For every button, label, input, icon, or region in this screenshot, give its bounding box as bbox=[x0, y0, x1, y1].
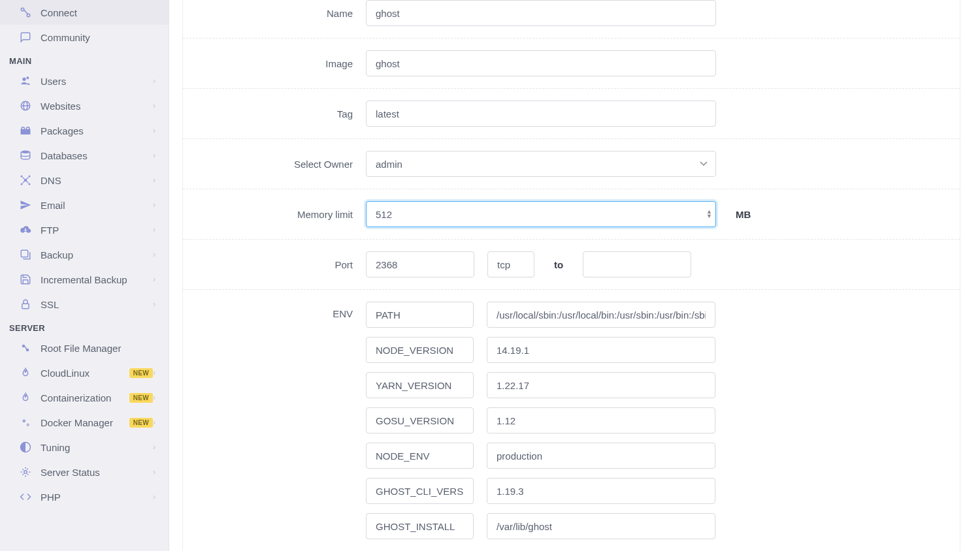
env-row bbox=[366, 407, 715, 433]
sidebar-item-backup[interactable]: Backup › bbox=[0, 242, 169, 267]
sidebar-label: Packages bbox=[41, 125, 153, 136]
svg-point-5 bbox=[21, 176, 23, 178]
env-val-input[interactable] bbox=[487, 443, 715, 469]
chevron-right-icon: › bbox=[153, 492, 155, 501]
chevron-right-icon: › bbox=[153, 176, 155, 185]
sidebar-item-email[interactable]: Email › bbox=[0, 193, 169, 217]
globe-icon bbox=[18, 100, 33, 112]
ftp-icon bbox=[18, 224, 33, 236]
env-val-input[interactable] bbox=[487, 372, 715, 398]
svg-point-13 bbox=[23, 420, 25, 422]
env-val-input[interactable] bbox=[487, 478, 715, 504]
code-icon bbox=[18, 491, 33, 503]
chevron-right-icon: › bbox=[153, 225, 155, 234]
name-input[interactable] bbox=[366, 0, 716, 26]
sidebar-item-websites[interactable]: Websites › bbox=[0, 93, 169, 118]
number-spinner-icon[interactable]: ▲▼ bbox=[706, 210, 712, 219]
sidebar-item-php[interactable]: PHP › bbox=[0, 484, 169, 509]
form-row-image: Image bbox=[183, 39, 960, 89]
sidebar-item-ftp[interactable]: FTP › bbox=[0, 217, 169, 242]
sidebar-section-main: MAIN bbox=[0, 50, 169, 69]
sidebar: Connect Community MAIN Users › Websites … bbox=[0, 0, 169, 551]
sidebar-label: Tuning bbox=[41, 442, 153, 453]
port-host-input[interactable] bbox=[583, 251, 691, 277]
flame-icon bbox=[18, 367, 33, 379]
sidebar-item-dns[interactable]: DNS › bbox=[0, 168, 169, 193]
flame-icon bbox=[18, 392, 33, 403]
memory-unit: MB bbox=[736, 209, 751, 220]
sidebar-item-server-status[interactable]: Server Status › bbox=[0, 460, 169, 484]
env-row bbox=[366, 337, 715, 363]
env-val-input[interactable] bbox=[487, 407, 715, 433]
sidebar-label: Backup bbox=[41, 249, 153, 260]
env-key-input[interactable] bbox=[366, 372, 474, 398]
gear-double-icon bbox=[18, 417, 33, 428]
save-icon bbox=[18, 274, 33, 285]
email-icon bbox=[18, 199, 33, 211]
sidebar-item-community[interactable]: Community bbox=[0, 25, 169, 50]
env-row bbox=[366, 372, 715, 398]
chevron-right-icon: › bbox=[153, 101, 155, 110]
env-row bbox=[366, 302, 715, 328]
env-list bbox=[366, 302, 715, 539]
sidebar-item-incremental-backup[interactable]: Incremental Backup › bbox=[0, 267, 169, 292]
chevron-right-icon: › bbox=[153, 467, 155, 477]
sidebar-item-ssl[interactable]: SSL › bbox=[0, 292, 169, 317]
memory-input[interactable] bbox=[366, 201, 716, 227]
sidebar-label: DNS bbox=[41, 175, 153, 186]
label-owner: Select Owner bbox=[183, 159, 366, 170]
sidebar-label: Websites bbox=[41, 101, 153, 112]
sidebar-item-users[interactable]: Users › bbox=[0, 69, 169, 93]
image-input[interactable] bbox=[366, 50, 716, 76]
users-icon bbox=[18, 75, 33, 87]
sidebar-label: SSL bbox=[41, 299, 153, 310]
form-row-tag: Tag bbox=[183, 89, 960, 139]
env-key-input[interactable] bbox=[366, 302, 474, 328]
sidebar-item-packages[interactable]: Packages › bbox=[0, 118, 169, 143]
svg-point-8 bbox=[29, 183, 31, 185]
chevron-right-icon: › bbox=[153, 418, 155, 427]
env-key-input[interactable] bbox=[366, 513, 474, 539]
dns-icon bbox=[18, 174, 33, 186]
sidebar-item-docker-manager[interactable]: Docker Manager NEW › bbox=[0, 410, 169, 435]
sidebar-item-connect[interactable]: Connect bbox=[0, 0, 169, 25]
port-to-label: to bbox=[547, 259, 570, 270]
sidebar-item-cloudlinux[interactable]: CloudLinux NEW › bbox=[0, 360, 169, 385]
env-key-input[interactable] bbox=[366, 407, 474, 433]
gear-icon bbox=[18, 466, 33, 478]
tag-input[interactable] bbox=[366, 101, 716, 127]
sidebar-label: Incremental Backup bbox=[41, 274, 153, 285]
port-container-input[interactable] bbox=[366, 251, 474, 277]
env-val-input[interactable] bbox=[487, 302, 715, 328]
owner-select[interactable]: admin bbox=[366, 151, 716, 177]
chevron-right-icon: › bbox=[153, 443, 155, 452]
sidebar-item-tuning[interactable]: Tuning › bbox=[0, 435, 169, 460]
sidebar-section-server: SERVER bbox=[0, 317, 169, 336]
svg-point-6 bbox=[29, 176, 31, 178]
sidebar-item-root-file-manager[interactable]: Root File Manager bbox=[0, 336, 169, 360]
database-icon bbox=[18, 150, 33, 161]
new-badge: NEW bbox=[129, 393, 153, 403]
env-key-input[interactable] bbox=[366, 478, 474, 504]
svg-point-7 bbox=[21, 183, 23, 185]
sidebar-label: Email bbox=[41, 200, 153, 211]
backup-icon bbox=[18, 249, 33, 260]
env-key-input[interactable] bbox=[366, 337, 474, 363]
svg-point-2 bbox=[22, 78, 25, 81]
packages-icon bbox=[18, 125, 33, 136]
sidebar-label: Databases bbox=[41, 150, 153, 161]
svg-point-14 bbox=[27, 424, 29, 426]
svg-point-11 bbox=[22, 345, 25, 348]
sidebar-item-databases[interactable]: Databases › bbox=[0, 143, 169, 168]
sidebar-label: Containerization bbox=[41, 392, 124, 403]
env-key-input[interactable] bbox=[366, 443, 474, 469]
env-val-input[interactable] bbox=[487, 513, 715, 539]
env-val-input[interactable] bbox=[487, 337, 715, 363]
form-row-env: ENV bbox=[183, 290, 960, 551]
label-tag: Tag bbox=[183, 108, 366, 119]
port-protocol-input[interactable] bbox=[487, 251, 534, 277]
sidebar-label: Community bbox=[41, 32, 155, 43]
sidebar-label: CloudLinux bbox=[41, 368, 124, 379]
sidebar-item-containerization[interactable]: Containerization NEW › bbox=[0, 385, 169, 410]
svg-rect-10 bbox=[22, 304, 29, 309]
